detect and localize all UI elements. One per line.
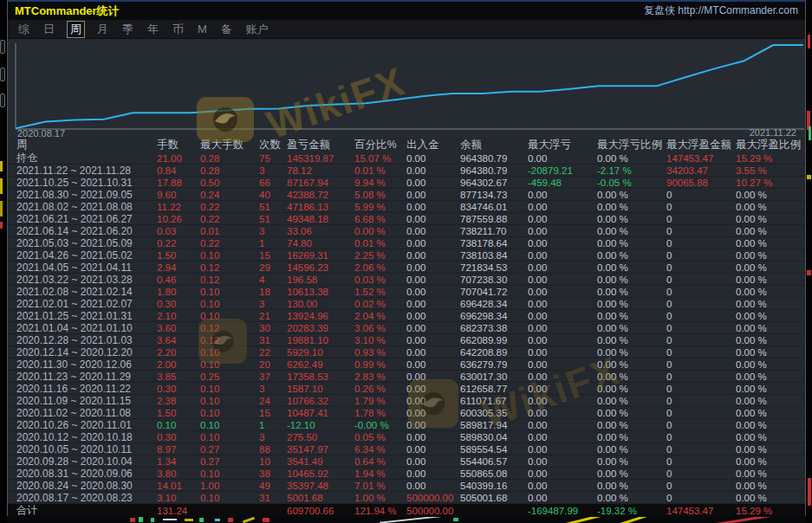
cell: 0.00 % (597, 420, 666, 430)
menu-bar: 综日周月季年币M备账户 (8, 20, 805, 39)
table-row[interactable]: 2021.02.08 ~ 2021.02.141.800.101810613.3… (8, 286, 805, 298)
cell: 0.00 (528, 371, 597, 382)
table-row[interactable]: 2020.11.23 ~ 2020.11.293.850.253717358.5… (8, 371, 805, 383)
cell: 787559.88 (460, 214, 528, 224)
menu-item-币[interactable]: 币 (171, 22, 185, 37)
background-fragment (380, 516, 440, 523)
table-row[interactable]: 2021.05.03 ~ 2021.05.090.220.22174.800.0… (8, 237, 805, 249)
cell: 0.10 (200, 432, 259, 442)
menu-item-季[interactable]: 季 (120, 22, 135, 37)
cell: 0.00 % (736, 481, 805, 491)
background-toolbar-button (0, 68, 5, 81)
table-row[interactable]: 2020.11.09 ~ 2020.11.152.380.102410766.3… (8, 395, 805, 407)
table-row[interactable]: 2021.02.01 ~ 2021.02.070.300.103130.000.… (8, 298, 805, 310)
cell: -20879.21 (528, 165, 597, 176)
cell: 42388.72 (287, 190, 354, 200)
open-positions-row[interactable]: 持仓21.000.2875145319.8715.07 %0.00964380.… (8, 152, 805, 165)
menu-item-周[interactable]: 周 (67, 21, 85, 38)
cell: 0 (666, 481, 736, 491)
cell: 0 (666, 420, 736, 430)
cell: 2020.09.28 ~ 2020.10.04 (16, 455, 157, 468)
cell: 31 (259, 493, 287, 503)
table-row[interactable]: 2020.08.17 ~ 2020.08.233.100.10315001.68… (8, 492, 805, 504)
cell: 0.00 % (597, 468, 666, 479)
table-body: 持仓21.000.2875145319.8715.07 %0.00964380.… (8, 152, 805, 517)
cell: 2021.06.21 ~ 2021.06.27 (16, 213, 157, 225)
cell: 0.00 (528, 238, 597, 249)
cell: 0.00 % (736, 262, 805, 273)
cell: 0 (666, 335, 736, 345)
cell: 2021.05.03 ~ 2021.05.09 (16, 237, 157, 249)
cell: 0.00 (528, 359, 597, 370)
cell: 0 (666, 287, 736, 297)
table-row[interactable]: 2021.06.21 ~ 2021.06.2710.260.225149348.… (8, 213, 805, 225)
cell: 0.00 % (736, 468, 805, 479)
table-row[interactable]: 2021.06.14 ~ 2021.06.200.030.01333.060.0… (8, 225, 805, 237)
background-fragment (263, 518, 270, 522)
menu-item-年[interactable]: 年 (146, 22, 160, 37)
table-row[interactable]: 2021.01.25 ~ 2021.01.312.100.102113924.9… (8, 310, 805, 322)
table-row[interactable]: 2020.10.12 ~ 2020.10.180.300.103275.500.… (8, 431, 805, 443)
cell: 0.00 % (736, 408, 805, 418)
menu-item-月[interactable]: 月 (95, 22, 110, 37)
cell: 0.00 % (597, 432, 666, 442)
menu-item-备[interactable]: 备 (219, 22, 234, 37)
menu-item-综[interactable]: 综 (16, 22, 31, 37)
table-row[interactable]: 2020.11.02 ~ 2020.11.081.500.101510487.4… (8, 407, 805, 419)
cell: 0.00 (528, 456, 597, 467)
cell: 2.00 (157, 359, 200, 370)
cell: 3.55 % (736, 165, 805, 176)
table-row[interactable]: 2021.11.22 ~ 2021.11.280.840.28378.120.0… (8, 165, 805, 177)
table-row[interactable]: 2021.04.26 ~ 2021.05.021.500.101516269.3… (8, 249, 805, 262)
table-row[interactable]: 2021.03.22 ~ 2021.03.280.460.124196.580.… (8, 274, 805, 286)
table-row[interactable]: 2020.08.31 ~ 2020.09.063.800.103810465.9… (8, 468, 805, 480)
cell: 0.00 (528, 202, 597, 212)
table-row[interactable]: 2021.01.04 ~ 2021.01.103.600.123020283.3… (8, 322, 805, 334)
cell: 7.01 % (354, 481, 406, 491)
cell: 877134.73 (460, 190, 528, 200)
cell: 0.00 (406, 420, 460, 430)
cell: 131.24 (157, 506, 200, 516)
table-row[interactable]: 2020.12.28 ~ 2021.01.033.640.123119881.1… (8, 334, 805, 346)
table-row[interactable]: 2020.10.05 ~ 2020.10.118.970.278835147.9… (8, 443, 805, 455)
cell: 1.94 % (354, 468, 406, 479)
cell: 29 (259, 262, 287, 273)
cell: 0.00 % (736, 274, 805, 285)
table-row[interactable]: 2021.04.05 ~ 2021.04.112.940.122914596.2… (8, 262, 805, 274)
cell: 0.00 (528, 287, 597, 297)
table-row[interactable]: 2021.08.02 ~ 2021.08.0811.220.225147186.… (8, 201, 805, 213)
table-row[interactable]: 2021.08.30 ~ 2021.09.059.600.244042388.7… (8, 189, 805, 201)
menu-item-日[interactable]: 日 (42, 22, 56, 37)
cell: 0.10 (200, 287, 259, 297)
cell: 0.12 (200, 274, 259, 285)
cell: -0.00 % (354, 420, 406, 430)
brand-link[interactable]: 复盘侠 http://MTCommander.com (644, 3, 798, 18)
cell: 0.00 (406, 190, 460, 200)
table-row[interactable]: 2020.08.24 ~ 2020.08.3014.011.004935397.… (8, 480, 805, 492)
cell: 24 (259, 396, 287, 406)
table-row[interactable]: 2021.10.25 ~ 2021.10.3117.880.506687167.… (8, 177, 805, 189)
table-row[interactable]: 2020.09.28 ~ 2020.10.041.340.27103541.49… (8, 455, 805, 468)
cell: 1 (259, 238, 287, 249)
cell: 10487.41 (287, 408, 354, 418)
total-row[interactable]: 合计131.24609700.66121.94 %500000.00-16948… (8, 504, 805, 517)
cell: 0.99 % (354, 359, 406, 370)
cell: 696298.34 (460, 311, 528, 321)
column-header: 最大浮亏比例 (597, 138, 666, 152)
table-row[interactable]: 2020.11.30 ~ 2020.12.062.000.10206262.49… (8, 358, 805, 371)
table-row[interactable]: 2020.11.16 ~ 2020.11.220.300.1031587.100… (8, 383, 805, 395)
equity-curve-chart (8, 39, 805, 131)
menu-item-账户[interactable]: 账户 (244, 22, 270, 37)
cell: 10613.38 (287, 287, 354, 297)
cell: 10465.92 (287, 468, 354, 479)
cell: 2.94 (157, 262, 200, 273)
cell: 37 (259, 371, 287, 382)
cell: 49348.18 (287, 214, 354, 224)
cell: 0 (666, 274, 736, 285)
table-row[interactable]: 2020.10.26 ~ 2020.11.010.100.101-12.10-0… (8, 419, 805, 431)
table-row[interactable]: 2020.12.14 ~ 2020.12.202.200.10225929.10… (8, 346, 805, 358)
cell: 0.10 (200, 250, 259, 261)
cell: 0.00 % (736, 396, 805, 406)
menu-item-M[interactable]: M (196, 23, 209, 36)
cell: 550865.08 (460, 468, 528, 479)
